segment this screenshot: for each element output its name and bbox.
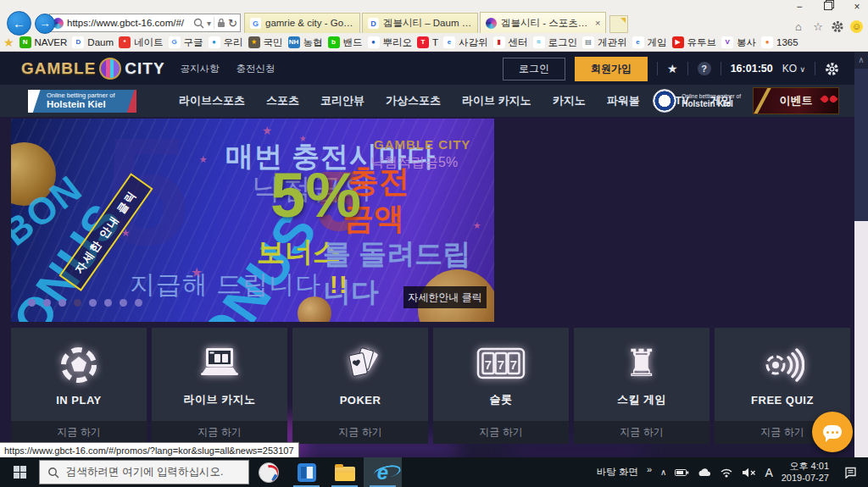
tile-action-link[interactable]: 지금 하기 xyxy=(479,425,522,440)
tile-slots[interactable]: 777 슬롯 지금 하기 xyxy=(433,328,569,444)
bookmark-item[interactable]: ≈ 로그인 xyxy=(533,36,578,49)
carousel-dot[interactable] xyxy=(135,299,142,307)
tile-in-play[interactable]: IN PLAY 지금 하기 xyxy=(11,328,147,444)
bookmark-item[interactable]: ▤ 게관위 xyxy=(582,36,627,49)
address-bar[interactable]: https://www.gbct-16.com/#/ ▾ ↻ xyxy=(49,14,241,32)
tab-google-search[interactable]: G gamrie & city - Google 검색 xyxy=(244,13,360,33)
volume-muted-icon[interactable] xyxy=(742,468,756,478)
battery-icon[interactable] xyxy=(675,468,689,477)
tile-action-link[interactable]: 지금 하기 xyxy=(760,425,804,440)
scroll-up-arrow[interactable]: ∧ xyxy=(854,52,868,69)
restore-button[interactable] xyxy=(821,1,836,13)
carousel-dot[interactable] xyxy=(28,299,36,307)
holstein-kiel-partner-badge[interactable]: Online betting partner of Holstein Kiel xyxy=(28,90,136,113)
tile-action-link[interactable]: 지금 하기 xyxy=(198,425,241,440)
tab-gamblecity-active[interactable]: 겜블시티 - 스포츠, 카지노, ... × xyxy=(480,12,606,33)
action-center-icon[interactable] xyxy=(837,467,863,479)
promo-banner[interactable]: 5 BON BONUS BONUS 자세한 안내 클릭 매번 충전시마다 GAM… xyxy=(11,119,494,322)
bookmark-item[interactable]: ● 우리 xyxy=(209,36,243,49)
back-button[interactable]: ← xyxy=(7,11,31,36)
help-icon[interactable]: ? xyxy=(698,62,711,75)
tile-skill-games[interactable]: ♜ 스킬 게임 지금 하기 xyxy=(574,328,709,444)
login-button[interactable]: 로그인 xyxy=(503,58,565,80)
desktop-peek-label[interactable]: 바탕 화면 xyxy=(597,466,638,479)
menu-item[interactable]: 파워볼 xyxy=(607,93,640,108)
url-text[interactable]: https://www.gbct-16.com/#/ xyxy=(67,18,193,28)
feedback-smiley-icon[interactable]: ☺ xyxy=(850,20,863,33)
bookmark-item[interactable]: ● 1365 xyxy=(761,36,798,48)
carousel-dot[interactable] xyxy=(43,299,51,307)
taskbar-clock[interactable]: 오후 4:01 2019-07-27 xyxy=(782,461,829,484)
notice-link[interactable]: 공지사항 xyxy=(181,63,220,75)
taskbar-app-book[interactable] xyxy=(287,457,326,487)
favorites-star-icon[interactable]: ☆ xyxy=(811,20,825,33)
settings-gear-icon[interactable] xyxy=(831,20,844,33)
taskbar-app-explorer[interactable] xyxy=(326,457,364,487)
favorites-star-icon[interactable]: ★ xyxy=(667,62,678,75)
menu-item[interactable]: 라이브 카지노 xyxy=(462,93,531,108)
taskbar-search-box[interactable]: 검색하려면 여기에 입력하십시오. xyxy=(39,460,249,484)
bookmark-item[interactable]: N NAVER xyxy=(19,36,68,48)
bookmark-item[interactable]: ● 뿌리오 xyxy=(368,36,413,49)
page-scrollbar[interactable]: ∧ xyxy=(854,52,868,457)
minimize-button[interactable]: − xyxy=(792,1,807,13)
scrollbar-thumb[interactable] xyxy=(854,69,868,221)
ime-language-indicator[interactable]: A xyxy=(765,466,772,479)
home-icon[interactable]: ⌂ xyxy=(792,20,805,33)
search-icon[interactable] xyxy=(193,18,204,29)
status-url-tooltip: https://www.gbct-16.com/#/promos/?lang=k… xyxy=(0,442,299,458)
bookmark-item[interactable]: ★ 국민 xyxy=(248,36,283,49)
site-logo[interactable]: GAMBLE CITY xyxy=(21,58,165,80)
event-banner-button[interactable]: 이벤트 xyxy=(753,87,839,114)
start-button[interactable] xyxy=(0,457,39,487)
carousel-dot[interactable] xyxy=(74,299,81,307)
favorites-bar-star-icon[interactable]: ★ xyxy=(3,36,14,49)
taskbar-app-security[interactable] xyxy=(249,457,287,487)
tile-live-casino[interactable]: 라이브 카지노 지금 하기 xyxy=(152,328,287,444)
bookmark-item[interactable]: G 구글 xyxy=(169,36,203,49)
bookmark-item[interactable]: e 게임 xyxy=(632,36,667,49)
search-dropdown-icon[interactable]: ▾ xyxy=(207,19,211,28)
bookmark-item[interactable]: ▮ 센터 xyxy=(493,36,528,49)
close-button[interactable]: × xyxy=(849,1,865,13)
menu-item[interactable]: 가상스포츠 xyxy=(386,93,441,108)
menu-item[interactable]: 라이브스포츠 xyxy=(179,93,245,108)
carousel-dot[interactable] xyxy=(104,299,112,307)
address-bar-icons: ▾ ↻ xyxy=(193,17,237,30)
menu-item[interactable]: 스포츠 xyxy=(266,93,299,108)
tile-action-link[interactable]: 지금 하기 xyxy=(338,425,381,440)
menu-item[interactable]: 코리안뷰 xyxy=(320,93,364,108)
carousel-dot[interactable] xyxy=(120,299,127,307)
forward-button[interactable]: → xyxy=(35,14,55,34)
internet-explorer-icon: e xyxy=(377,462,388,483)
bookmark-item[interactable]: D Daum xyxy=(72,36,114,48)
language-selector[interactable]: KO ∨ xyxy=(782,63,805,75)
overflow-chevron-icon[interactable]: » xyxy=(647,464,652,474)
bookmark-item[interactable]: NH 농협 xyxy=(288,36,323,49)
tab-close-icon[interactable]: × xyxy=(595,18,600,28)
bookmark-item[interactable]: T T xyxy=(417,36,438,48)
bookmark-item[interactable]: * 네이트 xyxy=(119,36,164,49)
tile-poker[interactable]: POKER 지금 하기 xyxy=(292,328,428,444)
taskbar-app-ie[interactable]: e xyxy=(364,457,402,487)
tile-action-link[interactable]: 지금 하기 xyxy=(620,425,663,440)
new-tab-button[interactable] xyxy=(609,15,628,33)
signup-button[interactable]: 회원가입 xyxy=(575,57,648,81)
bookmark-item[interactable]: V 봉사 xyxy=(721,36,756,49)
banner-detail-button[interactable]: 자세한안내 클릭 xyxy=(403,286,487,308)
refresh-icon[interactable]: ↻ xyxy=(228,17,237,30)
chat-bubble-button[interactable] xyxy=(812,412,853,452)
bookmark-item[interactable]: b 밴드 xyxy=(328,36,363,49)
settings-gear-icon[interactable] xyxy=(825,62,839,76)
tray-expand-icon[interactable]: ∧ xyxy=(660,468,666,477)
deposit-link[interactable]: 충전신청 xyxy=(236,63,275,75)
wifi-icon[interactable] xyxy=(720,468,733,478)
carousel-dot[interactable] xyxy=(58,299,66,307)
menu-item[interactable]: 카지노 xyxy=(553,93,586,108)
bookmark-item[interactable]: ▶ 유투브 xyxy=(672,36,717,49)
onedrive-cloud-icon[interactable] xyxy=(698,468,711,477)
bookmark-item[interactable]: e 사감위 xyxy=(443,36,488,49)
tile-action-link[interactable]: 지금 하기 xyxy=(57,425,100,440)
tab-daum-search[interactable]: D 겜블시티 – Daum 검색 xyxy=(362,13,478,33)
carousel-dot[interactable] xyxy=(89,299,97,307)
